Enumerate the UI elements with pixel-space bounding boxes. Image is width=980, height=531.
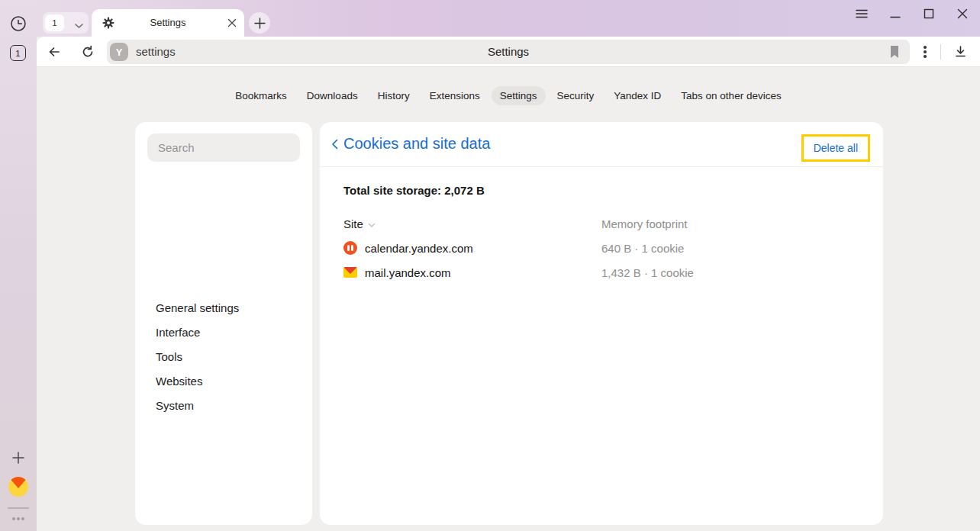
site-row-mail[interactable]: mail.yandex.com 1,432 B · 1 cookie [343, 260, 868, 285]
toolbar-separator [940, 44, 941, 60]
settings-sidebar: General settings Interface Tools Website… [135, 122, 312, 525]
tab-count-label: 1 [15, 49, 20, 58]
site-name: mail.yandex.com [365, 266, 451, 279]
maximize-icon[interactable] [923, 8, 935, 20]
memory-cell: 1,432 B · 1 cookie [601, 266, 694, 279]
tab-title: Settings [114, 9, 221, 37]
rail-plus-icon[interactable] [12, 452, 24, 464]
tab-group-count-label: 1 [52, 18, 56, 27]
cookies-title[interactable]: Cookies and site data [343, 135, 490, 153]
back-icon[interactable] [47, 45, 61, 59]
rail-more-icon[interactable] [12, 517, 15, 520]
sidebar-item-interface[interactable]: Interface [135, 320, 312, 345]
site-column-label: Site [343, 217, 363, 230]
chevron-left-icon[interactable] [329, 138, 341, 150]
site-column-header[interactable]: Site [343, 217, 376, 230]
mail-favicon-icon [343, 267, 357, 278]
yandex-site-badge-icon: Y [110, 43, 128, 61]
sidebar-item-websites[interactable]: Websites [135, 369, 312, 394]
delete-all-button[interactable]: Delete all [804, 137, 868, 159]
minimize-icon[interactable] [889, 8, 901, 20]
sidebar-items: General settings Interface Tools Website… [135, 296, 312, 418]
cookies-panel: Cookies and site data Delete all Total s… [320, 122, 883, 525]
tab-counter-badge[interactable]: 1 [10, 45, 26, 61]
download-icon[interactable] [954, 45, 967, 58]
cookies-panel-header: Cookies and site data Delete all [320, 122, 883, 167]
highlight-box: Delete all [801, 134, 870, 162]
browser-window: 1 1 [0, 0, 980, 531]
tab-group-pill[interactable]: 1 [43, 12, 89, 34]
refresh-icon[interactable] [81, 45, 95, 59]
memory-cell: 640 B · 1 cookie [601, 242, 684, 255]
memory-column-header: Memory footprint [601, 217, 688, 230]
new-tab-button[interactable] [249, 12, 270, 34]
calendar-favicon-icon [343, 241, 357, 255]
nav-tab-bookmarks[interactable]: Bookmarks [227, 86, 295, 105]
url-text: settings [136, 40, 176, 64]
tab-group-count[interactable]: 1 [45, 14, 64, 31]
nav-tab-history[interactable]: History [369, 86, 418, 105]
nav-tab-downloads[interactable]: Downloads [298, 86, 366, 105]
menu-icon[interactable] [856, 8, 868, 20]
yandex-badge-letter: Y [116, 47, 123, 58]
nav-tab-yandex-id[interactable]: Yandex ID [605, 86, 669, 105]
close-icon[interactable] [956, 8, 969, 20]
nav-tab-extensions[interactable]: Extensions [421, 86, 488, 105]
rail-divider [8, 507, 29, 509]
gear-icon [102, 17, 114, 32]
site-cell: mail.yandex.com [343, 266, 601, 279]
yandex-mail-icon[interactable] [8, 477, 28, 497]
nav-tab-settings[interactable]: Settings [492, 86, 546, 105]
site-cell: calendar.yandex.com [343, 241, 601, 255]
sort-chevron-down-icon [368, 217, 376, 230]
page-title: Settings [107, 40, 910, 64]
sites-table-header: Site Memory footprint [343, 217, 868, 231]
bookmark-icon[interactable] [889, 45, 900, 59]
site-name: calendar.yandex.com [365, 242, 473, 255]
sidebar-item-general-settings[interactable]: General settings [135, 296, 312, 320]
nav-tab-other-devices[interactable]: Tabs on other devices [672, 86, 789, 105]
tab-settings[interactable]: Settings [92, 9, 244, 37]
sidebar-item-tools[interactable]: Tools [135, 345, 312, 369]
site-row-calendar[interactable]: calendar.yandex.com 640 B · 1 cookie [343, 236, 868, 260]
history-clock-icon[interactable] [10, 15, 27, 32]
address-bar[interactable]: Y settings Settings [107, 40, 910, 64]
kebab-menu-icon[interactable] [924, 45, 927, 59]
total-site-storage: Total site storage: 2,072 B [343, 184, 485, 197]
sidebar-item-system[interactable]: System [135, 394, 312, 418]
chevron-down-icon[interactable] [74, 19, 84, 33]
nav-tab-security[interactable]: Security [549, 86, 603, 105]
tab-close-icon[interactable] [227, 18, 237, 28]
settings-nav-tabs: Bookmarks Downloads History Extensions S… [37, 86, 980, 105]
search-input[interactable] [147, 134, 300, 162]
